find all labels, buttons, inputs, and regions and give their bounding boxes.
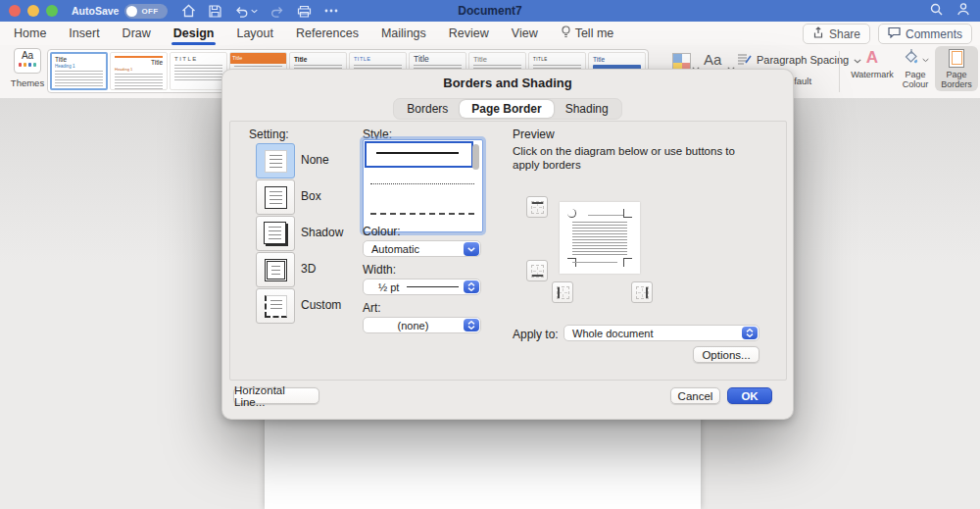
setting-custom-button[interactable] [256,288,295,324]
apply-to-dropdown[interactable]: Whole document [564,325,760,341]
setting-shadow-label: Shadow [301,226,343,239]
style-option-solid[interactable] [365,141,473,168]
share-label: Share [829,27,860,41]
search-icon[interactable] [930,2,943,20]
watermark-button[interactable]: A Watermark [851,48,894,79]
autosave-control: AutoSave OFF [72,4,168,19]
page-borders-button[interactable]: Page Borders [935,46,978,91]
dialog-title: Borders and Shading [222,76,793,90]
lightbulb-icon [561,25,571,41]
paragraph-spacing-label: Paragraph Spacing [757,54,849,66]
tab-references[interactable]: References [296,22,359,45]
tab-layout[interactable]: Layout [236,22,273,45]
dashed-line-sample[interactable] [370,213,474,215]
style-list[interactable] [363,139,483,232]
width-value: ½ pt [364,281,399,293]
word-app-window: AutoSave OFF Document7 Home Insert Draw … [0,0,980,509]
tab-review[interactable]: Review [449,22,489,45]
paragraph-spacing-button[interactable]: Paragraph Spacing [737,53,861,67]
preview-text-block [572,222,627,257]
close-window-button[interactable] [9,5,21,17]
tab-draw[interactable]: Draw [122,22,151,45]
solid-line-sample [376,152,459,154]
fonts-button[interactable]: Aa [704,51,721,68]
dialog-tab-strip: Borders Page Border Shading [222,98,793,120]
preview-instruction: Click on the diagram below or use button… [513,144,760,172]
setting-custom-icon [265,295,287,318]
style-list-scrollbar[interactable] [472,144,479,170]
themes-button[interactable]: Aa Themes [8,48,47,88]
horizontal-line-button[interactable]: Horizontal Line... [233,387,319,404]
options-button[interactable]: Options... [693,346,760,363]
page-colour-button[interactable]: Page Colour [894,48,937,89]
tell-me-label: Tell me [575,26,614,40]
undo-chevron-icon [251,9,258,14]
style-set-thumbnail[interactable]: TITLE [170,52,227,90]
save-icon[interactable] [209,5,221,18]
setting-box-button[interactable] [256,179,295,215]
corner-mark [623,258,632,267]
bottom-border-icon [531,265,544,278]
setting-none-icon [265,150,287,173]
borders-and-shading-dialog: Borders and Shading Borders Page Border … [221,69,794,420]
setting-3d-label: 3D [301,262,316,276]
autosave-toggle-knob [126,6,137,17]
right-border-button[interactable] [631,281,653,303]
setting-none-button[interactable] [256,143,295,178]
comments-button[interactable]: Comments [878,24,972,44]
left-border-button[interactable] [552,281,573,303]
page-colour-label: Page Colour [894,70,937,89]
zoom-window-button[interactable] [46,5,58,17]
corner-mark [567,209,576,218]
window-controls [9,5,58,17]
autosave-toggle[interactable]: OFF [124,4,168,19]
home-icon[interactable] [181,4,196,18]
setting-shadow-button[interactable] [256,216,295,251]
style-set-thumbnail[interactable]: Title Heading 1 [50,52,108,90]
colour-chevron-icon [464,242,479,256]
share-icon [812,26,824,41]
setting-label: Setting: [249,127,289,141]
themes-label: Themes [8,77,47,88]
more-commands-icon[interactable] [324,9,338,13]
tab-mailings[interactable]: Mailings [381,22,426,45]
top-border-button[interactable] [526,196,548,218]
autosave-state-label: OFF [141,7,158,16]
dialog-tab-shading[interactable]: Shading [554,100,620,118]
dialog-tab-page-border[interactable]: Page Border [460,100,553,118]
title-bar: AutoSave OFF Document7 [0,0,980,22]
comments-label: Comments [906,27,962,41]
tab-insert[interactable]: Insert [69,22,99,45]
print-icon[interactable] [297,5,312,18]
apply-to-stepper-icon [742,327,758,339]
minimize-window-button[interactable] [27,5,39,17]
width-dropdown[interactable]: ½ pt [363,279,481,295]
dotted-line-sample[interactable] [370,183,474,184]
cancel-button[interactable]: Cancel [670,387,720,404]
top-border-icon [531,201,544,214]
border-preview-diagram[interactable] [560,202,640,274]
account-icon[interactable] [956,2,970,20]
page-colour-chevron-icon [922,49,929,67]
preview-label: Preview [513,127,555,141]
setting-3d-button[interactable] [256,252,295,287]
redo-icon[interactable] [270,5,284,18]
tab-design[interactable]: Design [173,22,215,45]
page-borders-label: Page Borders [935,70,978,89]
page-border-panel: Setting: None Box Shadow 3D Custom Style… [229,121,787,381]
bottom-border-button[interactable] [526,260,548,281]
ok-button[interactable]: OK [727,387,772,404]
width-stepper-icon [464,280,479,293]
tab-view[interactable]: View [512,22,538,45]
style-set-thumbnail[interactable]: Title Heading 1 [110,52,168,90]
autosave-label: AutoSave [72,5,119,17]
undo-icon[interactable] [234,5,258,18]
dialog-tab-borders[interactable]: Borders [395,100,460,118]
share-button[interactable]: Share [803,24,870,44]
tell-me-control[interactable]: Tell me [561,25,614,41]
art-dropdown[interactable]: (none) [363,317,481,333]
colour-dropdown[interactable]: Automatic [363,240,481,257]
tab-home[interactable]: Home [14,22,46,45]
art-label: Art: [363,301,381,315]
setting-none-label: None [301,153,329,167]
